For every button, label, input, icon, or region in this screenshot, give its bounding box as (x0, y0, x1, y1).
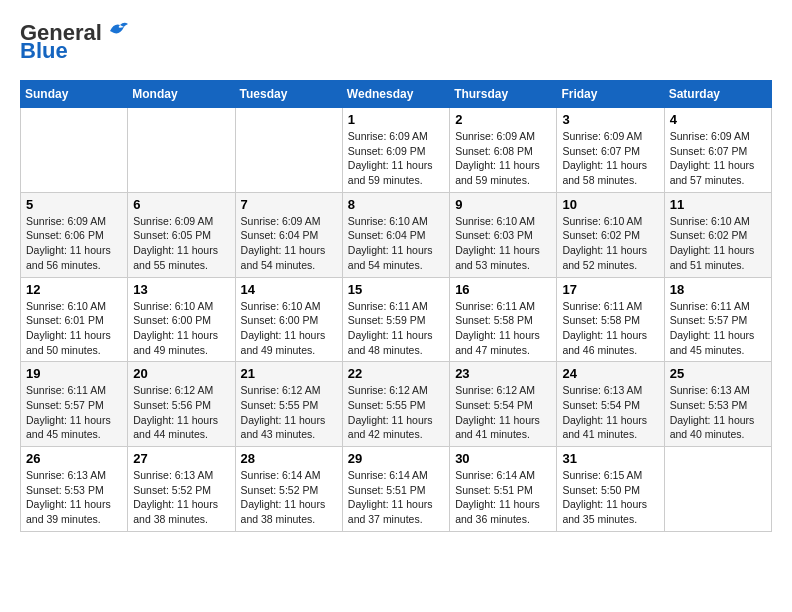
day-info: Sunrise: 6:14 AMSunset: 5:51 PMDaylight:… (348, 468, 444, 527)
day-number: 7 (241, 197, 337, 212)
day-info: Sunrise: 6:13 AMSunset: 5:52 PMDaylight:… (133, 468, 229, 527)
calendar-week-row: 26Sunrise: 6:13 AMSunset: 5:53 PMDayligh… (21, 447, 772, 532)
day-info: Sunrise: 6:09 AMSunset: 6:08 PMDaylight:… (455, 129, 551, 188)
day-info: Sunrise: 6:10 AMSunset: 6:01 PMDaylight:… (26, 299, 122, 358)
calendar-cell: 8Sunrise: 6:10 AMSunset: 6:04 PMDaylight… (342, 192, 449, 277)
calendar-cell (235, 108, 342, 193)
calendar-cell: 21Sunrise: 6:12 AMSunset: 5:55 PMDayligh… (235, 362, 342, 447)
day-info: Sunrise: 6:13 AMSunset: 5:54 PMDaylight:… (562, 383, 658, 442)
calendar-cell: 1Sunrise: 6:09 AMSunset: 6:09 PMDaylight… (342, 108, 449, 193)
day-info: Sunrise: 6:10 AMSunset: 6:00 PMDaylight:… (241, 299, 337, 358)
calendar-cell: 25Sunrise: 6:13 AMSunset: 5:53 PMDayligh… (664, 362, 771, 447)
day-number: 12 (26, 282, 122, 297)
calendar-cell: 19Sunrise: 6:11 AMSunset: 5:57 PMDayligh… (21, 362, 128, 447)
day-number: 19 (26, 366, 122, 381)
day-number: 4 (670, 112, 766, 127)
day-number: 25 (670, 366, 766, 381)
day-number: 21 (241, 366, 337, 381)
calendar-week-row: 12Sunrise: 6:10 AMSunset: 6:01 PMDayligh… (21, 277, 772, 362)
day-number: 24 (562, 366, 658, 381)
day-number: 16 (455, 282, 551, 297)
day-number: 29 (348, 451, 444, 466)
calendar-cell: 31Sunrise: 6:15 AMSunset: 5:50 PMDayligh… (557, 447, 664, 532)
day-info: Sunrise: 6:09 AMSunset: 6:04 PMDaylight:… (241, 214, 337, 273)
weekday-header: Friday (557, 81, 664, 108)
day-info: Sunrise: 6:12 AMSunset: 5:55 PMDaylight:… (348, 383, 444, 442)
calendar-cell: 5Sunrise: 6:09 AMSunset: 6:06 PMDaylight… (21, 192, 128, 277)
day-info: Sunrise: 6:10 AMSunset: 6:02 PMDaylight:… (562, 214, 658, 273)
calendar-week-row: 5Sunrise: 6:09 AMSunset: 6:06 PMDaylight… (21, 192, 772, 277)
day-info: Sunrise: 6:12 AMSunset: 5:55 PMDaylight:… (241, 383, 337, 442)
day-info: Sunrise: 6:13 AMSunset: 5:53 PMDaylight:… (26, 468, 122, 527)
day-info: Sunrise: 6:10 AMSunset: 6:02 PMDaylight:… (670, 214, 766, 273)
calendar-header: SundayMondayTuesdayWednesdayThursdayFrid… (21, 81, 772, 108)
calendar-cell: 10Sunrise: 6:10 AMSunset: 6:02 PMDayligh… (557, 192, 664, 277)
calendar-cell: 12Sunrise: 6:10 AMSunset: 6:01 PMDayligh… (21, 277, 128, 362)
day-number: 30 (455, 451, 551, 466)
day-info: Sunrise: 6:10 AMSunset: 6:03 PMDaylight:… (455, 214, 551, 273)
calendar-cell (128, 108, 235, 193)
day-info: Sunrise: 6:13 AMSunset: 5:53 PMDaylight:… (670, 383, 766, 442)
logo: General Blue (20, 20, 128, 64)
day-info: Sunrise: 6:10 AMSunset: 6:04 PMDaylight:… (348, 214, 444, 273)
calendar-cell: 30Sunrise: 6:14 AMSunset: 5:51 PMDayligh… (450, 447, 557, 532)
day-number: 27 (133, 451, 229, 466)
calendar-table: SundayMondayTuesdayWednesdayThursdayFrid… (20, 80, 772, 532)
calendar-cell: 15Sunrise: 6:11 AMSunset: 5:59 PMDayligh… (342, 277, 449, 362)
day-number: 18 (670, 282, 766, 297)
day-number: 1 (348, 112, 444, 127)
calendar-cell: 9Sunrise: 6:10 AMSunset: 6:03 PMDaylight… (450, 192, 557, 277)
day-number: 23 (455, 366, 551, 381)
day-info: Sunrise: 6:11 AMSunset: 5:58 PMDaylight:… (455, 299, 551, 358)
calendar-cell: 4Sunrise: 6:09 AMSunset: 6:07 PMDaylight… (664, 108, 771, 193)
calendar-cell: 11Sunrise: 6:10 AMSunset: 6:02 PMDayligh… (664, 192, 771, 277)
day-info: Sunrise: 6:12 AMSunset: 5:54 PMDaylight:… (455, 383, 551, 442)
day-number: 13 (133, 282, 229, 297)
day-info: Sunrise: 6:10 AMSunset: 6:00 PMDaylight:… (133, 299, 229, 358)
day-info: Sunrise: 6:12 AMSunset: 5:56 PMDaylight:… (133, 383, 229, 442)
day-info: Sunrise: 6:09 AMSunset: 6:07 PMDaylight:… (670, 129, 766, 188)
weekday-header: Tuesday (235, 81, 342, 108)
calendar-cell: 26Sunrise: 6:13 AMSunset: 5:53 PMDayligh… (21, 447, 128, 532)
day-info: Sunrise: 6:09 AMSunset: 6:05 PMDaylight:… (133, 214, 229, 273)
calendar-cell: 2Sunrise: 6:09 AMSunset: 6:08 PMDaylight… (450, 108, 557, 193)
day-info: Sunrise: 6:09 AMSunset: 6:07 PMDaylight:… (562, 129, 658, 188)
day-info: Sunrise: 6:14 AMSunset: 5:51 PMDaylight:… (455, 468, 551, 527)
calendar-cell: 24Sunrise: 6:13 AMSunset: 5:54 PMDayligh… (557, 362, 664, 447)
logo-blue: Blue (20, 38, 68, 64)
day-number: 20 (133, 366, 229, 381)
day-info: Sunrise: 6:11 AMSunset: 5:58 PMDaylight:… (562, 299, 658, 358)
day-number: 6 (133, 197, 229, 212)
day-number: 3 (562, 112, 658, 127)
day-info: Sunrise: 6:11 AMSunset: 5:57 PMDaylight:… (670, 299, 766, 358)
day-number: 31 (562, 451, 658, 466)
calendar-body: 1Sunrise: 6:09 AMSunset: 6:09 PMDaylight… (21, 108, 772, 532)
logo-bird-icon (106, 21, 128, 39)
day-number: 10 (562, 197, 658, 212)
day-number: 2 (455, 112, 551, 127)
calendar-cell: 23Sunrise: 6:12 AMSunset: 5:54 PMDayligh… (450, 362, 557, 447)
weekday-header: Wednesday (342, 81, 449, 108)
calendar-cell: 13Sunrise: 6:10 AMSunset: 6:00 PMDayligh… (128, 277, 235, 362)
day-info: Sunrise: 6:09 AMSunset: 6:09 PMDaylight:… (348, 129, 444, 188)
calendar-cell: 6Sunrise: 6:09 AMSunset: 6:05 PMDaylight… (128, 192, 235, 277)
weekday-header: Thursday (450, 81, 557, 108)
calendar-cell: 22Sunrise: 6:12 AMSunset: 5:55 PMDayligh… (342, 362, 449, 447)
day-number: 11 (670, 197, 766, 212)
day-info: Sunrise: 6:09 AMSunset: 6:06 PMDaylight:… (26, 214, 122, 273)
calendar-cell: 20Sunrise: 6:12 AMSunset: 5:56 PMDayligh… (128, 362, 235, 447)
calendar-cell: 27Sunrise: 6:13 AMSunset: 5:52 PMDayligh… (128, 447, 235, 532)
day-number: 9 (455, 197, 551, 212)
calendar-cell: 7Sunrise: 6:09 AMSunset: 6:04 PMDaylight… (235, 192, 342, 277)
calendar-cell (21, 108, 128, 193)
day-number: 26 (26, 451, 122, 466)
calendar-cell: 29Sunrise: 6:14 AMSunset: 5:51 PMDayligh… (342, 447, 449, 532)
calendar-week-row: 1Sunrise: 6:09 AMSunset: 6:09 PMDaylight… (21, 108, 772, 193)
day-info: Sunrise: 6:11 AMSunset: 5:59 PMDaylight:… (348, 299, 444, 358)
day-number: 17 (562, 282, 658, 297)
calendar-cell: 28Sunrise: 6:14 AMSunset: 5:52 PMDayligh… (235, 447, 342, 532)
weekday-header: Sunday (21, 81, 128, 108)
day-number: 14 (241, 282, 337, 297)
calendar-week-row: 19Sunrise: 6:11 AMSunset: 5:57 PMDayligh… (21, 362, 772, 447)
day-number: 8 (348, 197, 444, 212)
